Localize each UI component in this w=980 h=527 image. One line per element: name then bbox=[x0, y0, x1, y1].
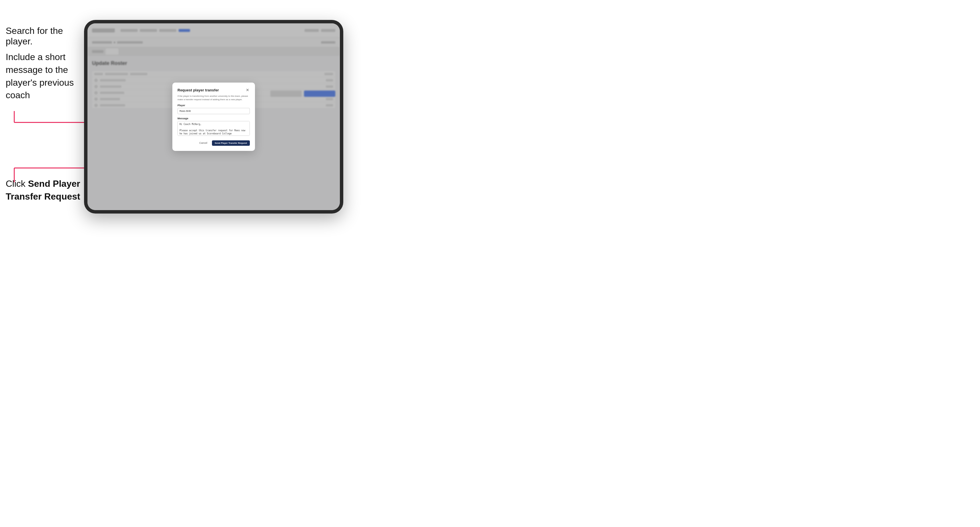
send-transfer-request-button[interactable]: Send Player Transfer Request bbox=[212, 140, 250, 146]
message-label: Message bbox=[178, 117, 250, 120]
modal-title: Request player transfer bbox=[178, 88, 219, 92]
modal-header: Request player transfer ✕ bbox=[178, 88, 250, 92]
tablet-screen: Update Roster bbox=[88, 23, 340, 210]
cancel-button[interactable]: Cancel bbox=[197, 140, 210, 146]
modal-footer: Cancel Send Player Transfer Request bbox=[178, 140, 250, 146]
player-label: Player bbox=[178, 104, 250, 107]
request-transfer-modal: Request player transfer ✕ If the player … bbox=[172, 83, 255, 151]
annotation-message-text: Include a short message to the player's … bbox=[6, 51, 83, 102]
modal-description: If the player is transferring from anoth… bbox=[178, 95, 250, 101]
tablet-frame: Update Roster bbox=[84, 20, 343, 214]
annotation-click-text: Click Send Player Transfer Request bbox=[6, 177, 83, 203]
message-textarea[interactable]: Hi Coach McHarg, Please accept this tran… bbox=[178, 121, 250, 136]
player-input[interactable] bbox=[178, 108, 250, 114]
annotation-search-text: Search for the player. bbox=[6, 25, 80, 47]
modal-overlay: Request player transfer ✕ If the player … bbox=[88, 23, 340, 210]
modal-close-button[interactable]: ✕ bbox=[245, 88, 250, 92]
